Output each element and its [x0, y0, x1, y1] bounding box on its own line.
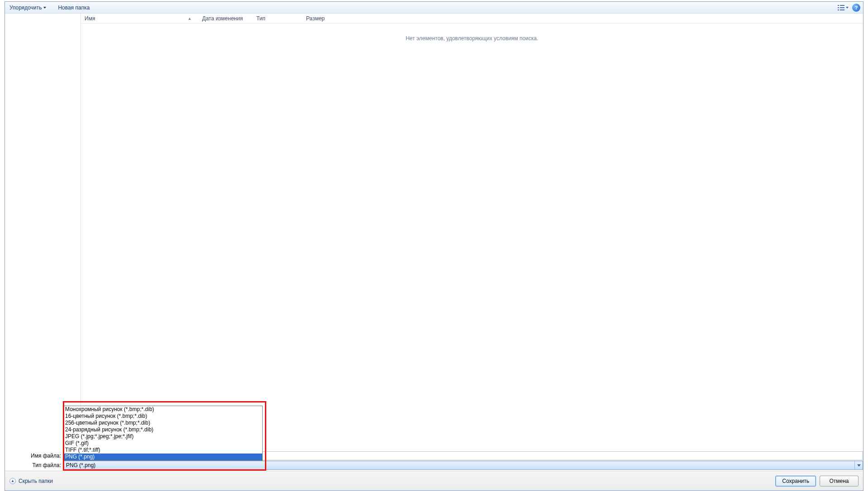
file-type-combobox[interactable]: PNG (*.png) — [64, 461, 863, 470]
new-folder-button[interactable]: Новая папка — [56, 4, 91, 12]
new-folder-label: Новая папка — [58, 5, 90, 11]
help-button[interactable]: ? — [852, 4, 860, 12]
chevron-up-icon: ▲ — [11, 479, 14, 483]
column-headers: Имя ▲ Дата изменения Тип Размер — [81, 14, 863, 23]
view-mode-button[interactable] — [837, 3, 849, 12]
hide-folders-toggle[interactable]: ▲ — [9, 478, 16, 484]
file-type-option[interactable]: PNG (*.png) — [64, 454, 262, 460]
file-type-option[interactable]: JPEG (*.jpg;*.jpeg;*.jpe;*.jfif) — [64, 433, 262, 440]
column-size-label: Размер — [306, 15, 325, 22]
content-pane: Имя ▲ Дата изменения Тип Размер Нет элем… — [81, 14, 863, 468]
combobox-caret[interactable] — [854, 461, 863, 469]
column-date-label: Дата изменения — [202, 15, 243, 22]
svg-rect-5 — [840, 9, 844, 10]
file-type-option[interactable]: TIFF (*.tif;*.tiff) — [64, 447, 262, 454]
column-header-type[interactable]: Тип — [253, 14, 302, 23]
save-button-label: Сохранить — [782, 478, 809, 484]
toolbar: Упорядочить Новая папка ? — [5, 2, 863, 14]
caret-down-icon — [857, 464, 861, 467]
toolbar-left: Упорядочить Новая папка — [8, 4, 91, 12]
file-type-selected-value: PNG (*.png) — [66, 462, 95, 468]
hide-folders-label: Скрыть папки — [19, 478, 53, 484]
cancel-button-label: Отмена — [829, 478, 849, 484]
save-dialog: Упорядочить Новая папка ? — [5, 1, 863, 491]
footer-left: ▲ Скрыть папки — [9, 478, 53, 484]
column-type-label: Тип — [256, 15, 265, 22]
file-type-option[interactable]: 24-разрядный рисунок (*.bmp;*.dib) — [64, 426, 262, 433]
column-name-label: Имя — [85, 15, 95, 22]
column-header-name[interactable]: Имя ▲ — [81, 14, 198, 23]
dialog-body: Имя ▲ Дата изменения Тип Размер Нет элем… — [5, 14, 863, 468]
navigation-pane[interactable] — [5, 14, 81, 468]
svg-rect-1 — [840, 5, 844, 6]
list-view-icon — [838, 5, 845, 11]
sort-asc-icon: ▲ — [188, 16, 194, 21]
empty-folder-message: Нет элементов, удовлетворяющих условиям … — [81, 35, 863, 42]
dialog-footer: ▲ Скрыть папки Сохранить Отмена — [5, 471, 863, 491]
svg-rect-0 — [838, 5, 839, 6]
svg-rect-4 — [838, 9, 839, 10]
caret-down-icon — [846, 7, 849, 9]
caret-down-icon — [43, 7, 46, 9]
file-name-label: Имя файла: — [5, 453, 64, 459]
svg-rect-2 — [838, 7, 839, 8]
footer-right: Сохранить Отмена — [775, 476, 859, 486]
organize-label: Упорядочить — [9, 5, 42, 11]
file-type-option[interactable]: Монохромный рисунок (*.bmp;*.dib) — [64, 406, 262, 413]
file-type-label: Тип файла: — [5, 462, 64, 468]
file-type-row: Тип файла: PNG (*.png) — [5, 461, 863, 470]
column-header-size[interactable]: Размер — [302, 14, 343, 23]
save-button[interactable]: Сохранить — [775, 476, 816, 486]
file-type-option[interactable]: 16-цветный рисунок (*.bmp;*.dib) — [64, 413, 262, 420]
file-type-option[interactable]: 256-цветный рисунок (*.bmp;*.dib) — [64, 420, 262, 426]
cancel-button[interactable]: Отмена — [820, 476, 859, 486]
help-icon: ? — [855, 5, 858, 10]
column-header-date[interactable]: Дата изменения — [198, 14, 253, 23]
organize-button[interactable]: Упорядочить — [8, 4, 48, 12]
toolbar-right: ? — [837, 3, 860, 12]
svg-rect-3 — [840, 7, 844, 8]
file-type-dropdown-list[interactable]: Монохромный рисунок (*.bmp;*.dib)16-цвет… — [64, 406, 263, 461]
file-type-option[interactable]: GIF (*.gif) — [64, 440, 262, 447]
